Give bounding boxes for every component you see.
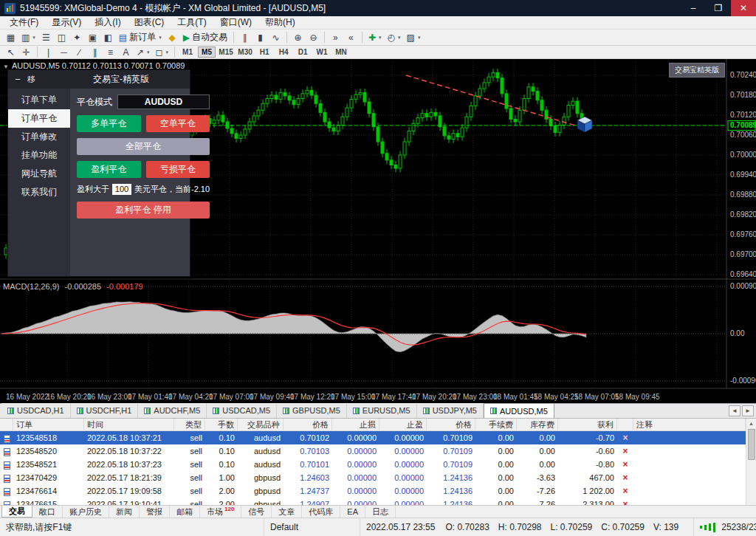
chart-tab-usdchf-h1[interactable]: USDCHF,H1	[71, 403, 139, 418]
terminal-tab-5[interactable]: 邮箱	[170, 506, 200, 518]
close-button[interactable]: ✕	[731, 0, 756, 16]
zoom-out-button[interactable]: ⊖	[306, 31, 321, 44]
column-header-symbol[interactable]: 交易品种	[238, 419, 284, 431]
maximize-button[interactable]: ❐	[706, 0, 731, 16]
panel-tab-5[interactable]: 联系我们	[8, 183, 70, 202]
column-header-lots[interactable]: 手数	[205, 419, 238, 431]
horizontal-line-tool[interactable]: ─	[56, 46, 72, 59]
status-profile[interactable]: Default	[264, 518, 360, 536]
order-row[interactable]: 1235485182022.05.18 10:37:21sell0.10audu…	[0, 431, 756, 444]
crosshair-tool[interactable]: ✛	[18, 46, 34, 59]
chart-tab-usdcad-h1[interactable]: USDCAD,H1	[1, 403, 71, 418]
column-header-comment[interactable]: 注释	[633, 419, 746, 431]
close-short-button[interactable]: 空单平仓	[146, 115, 210, 132]
periods-button[interactable]: ◴▾	[385, 31, 404, 44]
panel-tab-0[interactable]: 订单下单	[8, 91, 70, 109]
close-order-button[interactable]: ×	[617, 498, 633, 505]
autoclose-toggle-button[interactable]: 盈利平仓 停用	[77, 202, 210, 219]
column-header-time[interactable]: 时间	[84, 419, 174, 431]
column-header-order[interactable]: 订单	[13, 419, 84, 431]
menu-item-5[interactable]: 窗口(W)	[213, 16, 258, 30]
column-header-price[interactable]: 价格	[284, 419, 332, 431]
chart-tab-audchf-m5[interactable]: AUDCHF,M5	[138, 403, 207, 418]
autotrading-button[interactable]: ▶自动交易	[180, 31, 230, 44]
menu-item-2[interactable]: 插入(I)	[88, 16, 127, 30]
menu-item-4[interactable]: 工具(T)	[171, 16, 213, 30]
trade-panel-header[interactable]: − 移 交易宝-精英版	[8, 70, 190, 89]
arrows-tool[interactable]: ↗▾	[134, 46, 153, 59]
order-row[interactable]: 1234766142022.05.17 19:09:58sell2.00gbpu…	[0, 484, 756, 498]
order-row[interactable]: 1235485212022.05.18 10:37:23sell0.10audu…	[0, 458, 756, 471]
column-header-swap[interactable]: 库存费	[517, 419, 558, 431]
terminal-tab-2[interactable]: 账户历史	[63, 506, 109, 518]
menu-item-3[interactable]: 图表(C)	[128, 16, 171, 30]
minimize-button[interactable]: –	[681, 0, 706, 16]
panel-tab-4[interactable]: 网址导航	[8, 165, 70, 183]
chart-candles-button[interactable]: ▮	[252, 31, 268, 44]
timeframe-w1-button[interactable]: W1	[313, 47, 331, 58]
tab-scroll-left-button[interactable]: ◄	[729, 405, 740, 416]
profit-threshold-input[interactable]: 100	[112, 184, 131, 195]
timeframe-mn-button[interactable]: MN	[332, 47, 350, 58]
terminal-tab-0[interactable]: 交易	[1, 506, 32, 518]
terminal-tab-1[interactable]: 敞口	[32, 506, 63, 518]
timeframe-h1-button[interactable]: H1	[255, 47, 273, 58]
order-row[interactable]: 1234766152022.05.17 19:10:41sell2.00gbpu…	[0, 498, 756, 505]
terminal-tab-4[interactable]: 警报	[140, 506, 170, 518]
close-loss-button[interactable]: 亏损平仓	[146, 161, 210, 178]
text-tool[interactable]: A	[118, 46, 134, 59]
menu-item-1[interactable]: 显示(V)	[45, 16, 88, 30]
chart-tab-eurusd-m5[interactable]: EURUSD,M5	[347, 403, 417, 418]
cursor-tool[interactable]: ↖	[3, 46, 18, 59]
chart-tab-usdjpy-m5[interactable]: USDJPY,M5	[417, 403, 484, 418]
terminal-scrollbar[interactable]: ▲	[746, 419, 756, 505]
fibonacci-tool[interactable]: ≡	[103, 46, 118, 59]
panel-minimize-button[interactable]: −	[13, 74, 23, 85]
timeframe-m1-button[interactable]: M1	[179, 47, 196, 58]
close-order-button[interactable]: ×	[617, 458, 633, 471]
new-order-button[interactable]: ▤新订单▾	[116, 31, 165, 44]
close-order-button[interactable]: ×	[617, 444, 633, 458]
channel-tool[interactable]: ∥	[87, 46, 103, 59]
strategy-tester-button[interactable]: ◧	[100, 31, 116, 44]
market-watch-button[interactable]: ☰	[38, 31, 54, 44]
column-header-type[interactable]: 类型	[174, 419, 205, 431]
terminal-tab-9[interactable]: 代码库	[302, 506, 340, 518]
terminal-tab-8[interactable]: 文章	[272, 506, 302, 518]
close-all-button[interactable]: 全部平仓	[77, 138, 210, 155]
close-long-button[interactable]: 多单平仓	[77, 115, 141, 132]
scroll-up-arrow[interactable]: ▲	[746, 419, 756, 427]
panel-tab-2[interactable]: 订单修改	[8, 128, 70, 146]
close-mode-symbol-select[interactable]: AUDUSD	[117, 95, 210, 109]
close-profit-button[interactable]: 盈利平仓	[77, 161, 141, 178]
navigator-button[interactable]: ✦	[69, 31, 85, 44]
zoom-in-button[interactable]: ⊕	[290, 31, 306, 44]
auto-scroll-button[interactable]: »	[328, 31, 343, 44]
tab-scroll-right-button[interactable]: ►	[742, 405, 754, 416]
chart-line-button[interactable]: ∿	[268, 31, 284, 44]
shapes-tool[interactable]: ◻▾	[153, 46, 171, 59]
trendline-tool[interactable]: ∕	[72, 46, 87, 59]
chart-area[interactable]: 0.702400.701800.701200.700600.700000.699…	[0, 59, 756, 403]
metaeditor-button[interactable]: ◆	[165, 31, 180, 44]
scrollbar-thumb[interactable]	[748, 429, 755, 460]
timeframe-m30-button[interactable]: M30	[236, 47, 254, 58]
chart-bars-button[interactable]: ∥	[237, 31, 252, 44]
column-header-commission[interactable]: 手续费	[475, 419, 517, 431]
new-chart-button[interactable]: ▦	[3, 31, 18, 44]
panel-tab-1[interactable]: 订单平仓	[8, 109, 70, 128]
timeframe-h4-button[interactable]: H4	[275, 47, 292, 58]
terminal-tab-11[interactable]: 日志	[365, 506, 396, 518]
panel-tab-3[interactable]: 挂单功能	[8, 146, 70, 165]
order-row[interactable]: 1235485202022.05.18 10:37:22sell0.10audu…	[0, 444, 756, 458]
panel-move-handle[interactable]: 移	[27, 74, 35, 85]
chart-tab-usdcad-m5[interactable]: USDCAD,M5	[207, 403, 277, 418]
chart-shift-button[interactable]: «	[343, 31, 359, 44]
data-window-button[interactable]: ◫	[54, 31, 69, 44]
menu-item-6[interactable]: 帮助(H)	[258, 16, 302, 30]
profiles-button[interactable]: ▥▾	[18, 31, 38, 44]
column-header-sl[interactable]: 止损	[332, 419, 379, 431]
terminal-tab-10[interactable]: EA	[340, 506, 365, 518]
chart-badge-button[interactable]: 交易宝精英版	[669, 63, 725, 78]
menu-item-0[interactable]: 文件(F)	[3, 16, 45, 30]
